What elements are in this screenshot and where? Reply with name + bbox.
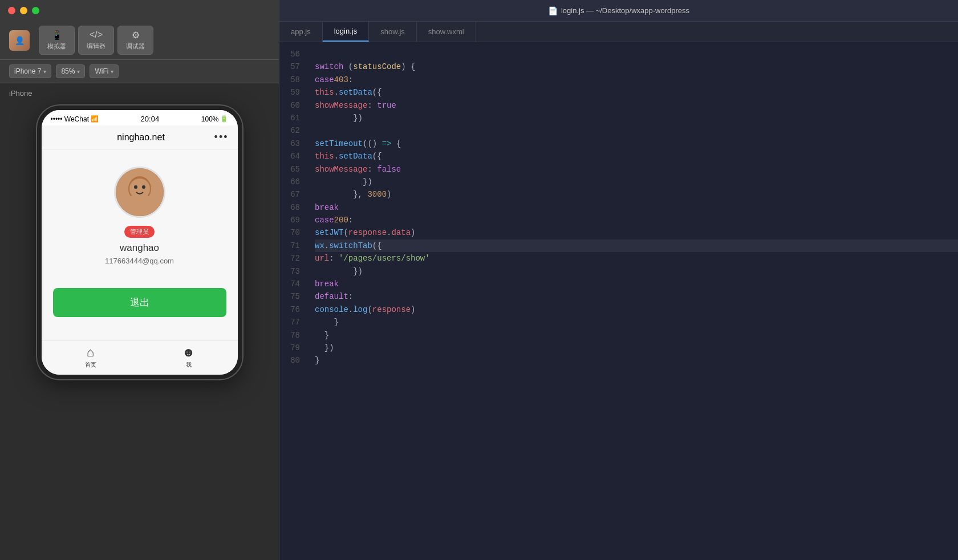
toolbar-buttons: 📱 模拟器 </> 编辑器 ⚙ 调试器: [39, 26, 153, 55]
avatar: 👤: [9, 30, 30, 51]
editor-tabs: app.js login.js show.js show.wxml: [279, 22, 958, 42]
chevron-down-icon: ▾: [43, 68, 46, 75]
tab-show-wxml[interactable]: show.wxml: [417, 22, 476, 42]
battery-percent: 100%: [201, 115, 219, 123]
phone-area: ••••• WeChat 📶 20:04 100% 🔋 ninghao.net …: [0, 100, 279, 560]
status-right: 100% 🔋: [201, 115, 229, 123]
app-title: ninghao.net: [68, 132, 214, 143]
simulator-button[interactable]: 📱 模拟器: [39, 26, 75, 55]
more-options-button[interactable]: •••: [214, 131, 229, 143]
minimize-button[interactable]: [20, 7, 27, 14]
status-time: 20:04: [141, 115, 160, 123]
simulator-panel: 👤 📱 模拟器 </> 编辑器 ⚙ 调试器 iPhone 7 ▾ 85% ▾: [0, 0, 279, 560]
user-avatar: [114, 167, 165, 218]
tab-home[interactable]: ⌂ 首页: [42, 345, 140, 369]
tab-me-label: 我: [186, 361, 192, 369]
toolbar: 👤 📱 模拟器 </> 编辑器 ⚙ 调试器: [0, 21, 279, 60]
app-content: 管理员 wanghao 117663444@qq.com 退出: [42, 149, 238, 340]
status-bar: ••••• WeChat 📶 20:04 100% 🔋: [42, 110, 238, 125]
simulator-label: 模拟器: [47, 42, 66, 51]
tab-bar: ⌂ 首页 ☻ 我: [42, 340, 238, 375]
app-header: ninghao.net •••: [42, 125, 238, 149]
me-icon: ☻: [182, 345, 195, 360]
chevron-down-icon: ▾: [77, 68, 80, 75]
network-selector[interactable]: WiFi ▾: [90, 64, 119, 78]
logout-button[interactable]: 退出: [53, 288, 226, 317]
debugger-label: 调试器: [126, 42, 145, 51]
close-button[interactable]: [8, 7, 15, 14]
code-content[interactable]: switch (statusCode) { case 403: this.set…: [309, 42, 958, 560]
file-icon: 📄: [548, 6, 558, 15]
status-left: ••••• WeChat 📶: [51, 115, 99, 123]
carrier-text: ••••• WeChat: [51, 115, 89, 123]
phone-icon: 📱: [51, 30, 63, 40]
zoom-value: 85%: [61, 67, 75, 75]
debugger-button[interactable]: ⚙ 调试器: [117, 26, 153, 55]
iphone-label: iPhone: [0, 83, 279, 100]
svg-point-5: [142, 185, 145, 189]
svg-point-4: [134, 185, 137, 189]
line-numbers: 5657585960616263646566676869707172737475…: [279, 42, 309, 560]
window-titlebar: 📄 login.js — ~/Desktop/wxapp-wordpress: [279, 0, 958, 22]
tab-login-js[interactable]: login.js: [323, 22, 369, 42]
user-name: wanghao: [120, 242, 159, 254]
device-value: iPhone 7: [14, 67, 41, 75]
user-email: 117663444@qq.com: [105, 257, 174, 265]
svg-point-3: [125, 194, 155, 216]
tab-app-js[interactable]: app.js: [279, 22, 323, 42]
tab-home-label: 首页: [85, 361, 96, 369]
admin-badge: 管理员: [124, 226, 155, 238]
editor-icon: </>: [90, 30, 103, 40]
traffic-lights: [0, 0, 279, 21]
phone-frame: ••••• WeChat 📶 20:04 100% 🔋 ninghao.net …: [37, 105, 242, 379]
battery-icon: 🔋: [220, 115, 228, 123]
window-title-text: login.js — ~/Desktop/wxapp-wordpress: [561, 6, 689, 15]
chevron-down-icon: ▾: [111, 68, 113, 75]
window-title: 📄 login.js — ~/Desktop/wxapp-wordpress: [548, 6, 689, 15]
zoom-selector[interactable]: 85% ▾: [56, 64, 85, 78]
editor-button[interactable]: </> 编辑器: [78, 26, 114, 55]
code-editor-panel: 📄 login.js — ~/Desktop/wxapp-wordpress a…: [279, 0, 958, 560]
tab-show-js[interactable]: show.js: [369, 22, 417, 42]
code-area: 5657585960616263646566676869707172737475…: [279, 42, 958, 560]
device-selector[interactable]: iPhone 7 ▾: [9, 64, 51, 78]
network-value: WiFi: [95, 67, 108, 75]
debugger-icon: ⚙: [132, 30, 140, 40]
wifi-icon: 📶: [91, 115, 99, 123]
tab-me[interactable]: ☻ 我: [140, 345, 238, 369]
selectors-row: iPhone 7 ▾ 85% ▾ WiFi ▾: [0, 60, 279, 83]
maximize-button[interactable]: [32, 7, 39, 14]
home-icon: ⌂: [87, 345, 94, 360]
editor-label: 编辑器: [87, 42, 105, 50]
